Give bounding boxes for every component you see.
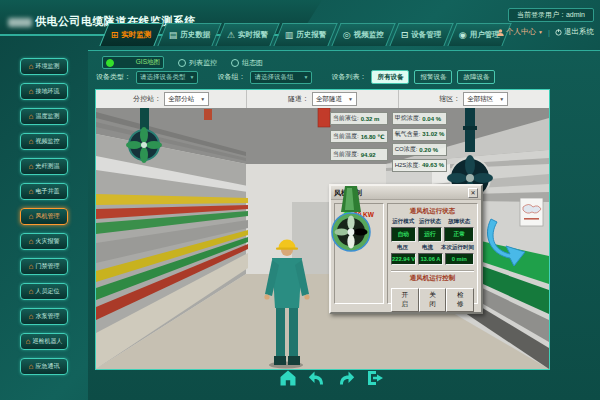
person-icon bbox=[497, 29, 504, 36]
radio-dot bbox=[106, 59, 114, 67]
methane-readout: 甲烷浓度:0.04 % bbox=[392, 112, 448, 125]
view-mode-radios: GIS地图 列表监控 组态图 bbox=[102, 56, 263, 69]
sidebar-item-fiber-temp[interactable]: ⌂光纤测温 bbox=[20, 158, 68, 175]
exit-button[interactable] bbox=[365, 368, 385, 388]
sidebar-item-manhole-cover[interactable]: ⌂电子井盖 bbox=[20, 183, 68, 200]
home-icon: ⌂ bbox=[29, 363, 34, 371]
history-data-icon: ▤ bbox=[169, 31, 178, 40]
alarm-icon: ⚠ bbox=[227, 31, 235, 40]
sidebar-item-pump-manage[interactable]: ⌂水泵管理 bbox=[20, 308, 68, 325]
sidebar-item-access-control[interactable]: ⌂门禁管理 bbox=[20, 258, 68, 275]
water-level-readout: 当前液位:0.32 m bbox=[330, 112, 388, 125]
close-icon[interactable]: ✕ bbox=[468, 188, 478, 198]
radio-scada-view[interactable]: 组态图 bbox=[231, 58, 263, 68]
radio-dot bbox=[178, 59, 186, 67]
fan-data-panel: 通风机运行状态 运行模式 运行状态 故障状态 自动 运行 正常 电压 bbox=[387, 203, 478, 304]
device-type-select[interactable]: 请选择设备类型▼ bbox=[136, 71, 198, 84]
user-icon: ◉ bbox=[459, 31, 467, 40]
wall-sign bbox=[520, 198, 543, 226]
tunnel-select[interactable]: 全部隧道▼ bbox=[312, 92, 357, 106]
alarm-devices-button[interactable]: 报警设备 bbox=[414, 70, 452, 84]
sidebar-item-emergency-comm[interactable]: ⌂应急通讯 bbox=[20, 358, 68, 375]
device-group-select[interactable]: 请选择设备组▼ bbox=[250, 71, 312, 84]
home-icon: ⌂ bbox=[29, 113, 34, 121]
tab-history-data[interactable]: ▤历史数据 bbox=[157, 23, 221, 46]
runtime-value: 0 min bbox=[445, 253, 474, 265]
tunnel-viewport: 分控站： 全部分站▼ 隧道： 全部隧道▼ 辖区： 全部辖区▼ bbox=[95, 89, 550, 370]
device-filter-row: 设备类型： 请选择设备类型▼ 设备组： 请选择设备组▼ 设备列表： 所有设备 报… bbox=[96, 70, 495, 84]
tab-realtime-monitor[interactable]: ⊞实时监测 bbox=[99, 23, 163, 46]
sidebar-item-ground-current[interactable]: ⌂接地环流 bbox=[20, 83, 68, 100]
tab-device-manage[interactable]: ⊟设备管理 bbox=[389, 23, 453, 46]
tunnel-3d-scene[interactable]: 当前液位:0.32 m 当前温度:16.80 ℃ 当前湿度:94.92 甲烷浓度… bbox=[96, 108, 549, 369]
run-mode-value: 自动 bbox=[391, 227, 416, 242]
main-panel: GIS地图 列表监控 组态图 设备类型： 请选择设备类型▼ 设备组： 请选择设备… bbox=[88, 50, 600, 400]
radio-list-monitor[interactable]: 列表监控 bbox=[178, 58, 217, 68]
radio-gis-map[interactable]: GIS地图 bbox=[102, 56, 164, 69]
district-select[interactable]: 全部辖区▼ bbox=[463, 92, 508, 106]
chevron-down-icon: ▼ bbox=[538, 29, 543, 35]
run-mode-label: 运行模式 bbox=[391, 218, 416, 225]
home-icon: ⌂ bbox=[26, 338, 31, 346]
realtime-monitor-icon: ⊞ bbox=[111, 31, 119, 40]
station-select[interactable]: 全部分站▼ bbox=[164, 92, 209, 106]
fault-state-value: 正常 bbox=[444, 227, 474, 242]
current-value: 13.06 A bbox=[418, 253, 442, 265]
radio-dot bbox=[231, 59, 239, 67]
home-icon: ⌂ bbox=[29, 313, 34, 321]
fire-hydrant-box bbox=[318, 108, 330, 127]
home-icon: ⌂ bbox=[29, 88, 34, 96]
home-button[interactable] bbox=[278, 368, 298, 388]
sidebar-item-environment[interactable]: ⌂环境监测 bbox=[20, 58, 68, 75]
sidebar-item-inspection-robot[interactable]: ⌂巡检机器人 bbox=[20, 333, 68, 350]
fan-control-dialog: 风机控制 ✕ 50 KW bbox=[329, 184, 483, 314]
chevron-down-icon: ▼ bbox=[499, 96, 504, 102]
voltage-value: 222.94 V bbox=[391, 253, 416, 265]
h2s-readout: H2S浓度:49.63 % bbox=[392, 159, 448, 172]
home-icon: ⌂ bbox=[29, 188, 34, 196]
personal-center-link[interactable]: 个人中心▼ bbox=[497, 27, 543, 37]
tab-history-alarm[interactable]: ▥历史报警 bbox=[273, 23, 337, 46]
device-icon: ⊟ bbox=[401, 31, 409, 40]
device-type-label: 设备类型： bbox=[96, 72, 131, 82]
logout-link[interactable]: 退出系统 bbox=[555, 27, 594, 37]
fire-extinguisher-box bbox=[204, 109, 212, 120]
forward-button[interactable] bbox=[336, 368, 356, 388]
tunnel-label: 隧道： bbox=[288, 94, 309, 104]
fault-devices-button[interactable]: 故障设备 bbox=[457, 70, 495, 84]
chevron-down-icon: ▼ bbox=[304, 74, 309, 80]
home-icon: ⌂ bbox=[29, 213, 34, 221]
sidebar-item-temperature[interactable]: ⌂温度监测 bbox=[20, 108, 68, 125]
fan-status-panel: 50 KW bbox=[334, 203, 384, 304]
district-label: 辖区： bbox=[439, 94, 460, 104]
fan-start-button[interactable]: 开启 bbox=[391, 288, 419, 312]
back-button[interactable] bbox=[307, 368, 327, 388]
sidebar-item-fire-alarm[interactable]: ⌂火灾报警 bbox=[20, 233, 68, 250]
user-info-area: 当前登录用户：admin 个人中心▼ | 退出系统 bbox=[497, 3, 594, 37]
home-icon: ⌂ bbox=[29, 163, 34, 171]
tab-video-monitor[interactable]: ◎视频监控 bbox=[331, 23, 395, 46]
top-nav-tabs: ⊞实时监测 ▤历史数据 ⚠实时报警 ▥历史报警 ◎视频监控 ⊟设备管理 ◉用户管… bbox=[104, 23, 510, 46]
sidebar-item-personnel-location[interactable]: ⌂人员定位 bbox=[20, 283, 68, 300]
run-state-label: 运行状态 bbox=[418, 218, 443, 225]
fan-maintenance-button[interactable]: 检修 bbox=[446, 288, 474, 312]
power-icon bbox=[555, 29, 562, 36]
chevron-down-icon: ▼ bbox=[190, 74, 195, 80]
home-icon: ⌂ bbox=[29, 138, 34, 146]
viewport-filter-bar: 分控站： 全部分站▼ 隧道： 全部隧道▼ 辖区： 全部辖区▼ bbox=[96, 90, 549, 109]
back-arrow-icon bbox=[307, 368, 327, 388]
current-user-label: 当前登录用户：admin bbox=[508, 8, 594, 22]
exit-icon bbox=[365, 368, 385, 388]
sidebar-item-video[interactable]: ⌂视频监控 bbox=[20, 133, 68, 150]
divider bbox=[391, 270, 474, 272]
chevron-down-icon: ▼ bbox=[200, 96, 205, 102]
home-icon bbox=[278, 368, 298, 388]
oxygen-readout: 氧气含量:31.02 % bbox=[392, 128, 448, 141]
sidebar: ⌂环境监测 ⌂接地环流 ⌂温度监测 ⌂视频监控 ⌂光纤测温 ⌂电子井盖 ⌂风机管… bbox=[0, 52, 88, 400]
tab-realtime-alarm[interactable]: ⚠实时报警 bbox=[215, 23, 279, 46]
fan-stop-button[interactable]: 关闭 bbox=[419, 288, 447, 312]
sidebar-item-fan-manage[interactable]: ⌂风机管理 bbox=[20, 208, 68, 225]
all-devices-button[interactable]: 所有设备 bbox=[371, 70, 409, 84]
forward-arrow-icon bbox=[336, 368, 356, 388]
home-icon: ⌂ bbox=[29, 63, 34, 71]
